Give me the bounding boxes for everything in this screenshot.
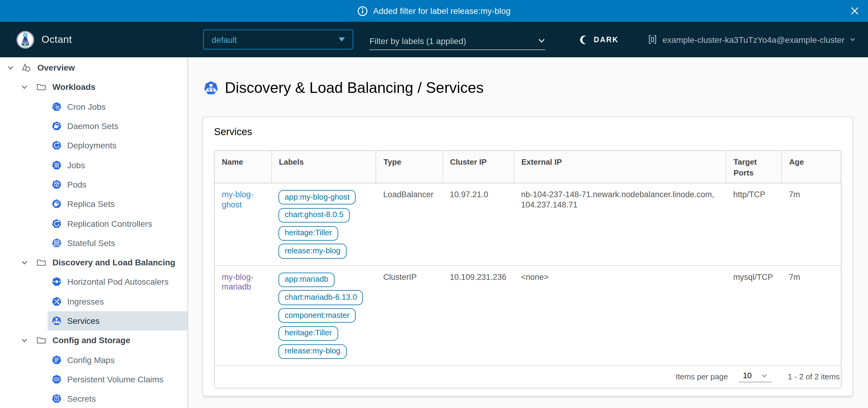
sidebar-item-replica-sets[interactable]: Replica Sets — [47, 194, 187, 214]
pagination-range-text: 1 - 2 of 2 items — [788, 372, 840, 381]
overview-icon — [21, 62, 31, 73]
namespace-dropdown[interactable]: default — [203, 30, 353, 50]
chevron-down-icon — [538, 37, 546, 45]
sidebar-group-workloads[interactable]: Workloads — [0, 78, 187, 97]
config-maps-icon — [52, 355, 61, 365]
label-filter-text: Filter by labels (1 applied) — [370, 36, 466, 46]
sidebar-item-persistent-volume-claims[interactable]: Persistent Volume Claims — [47, 370, 187, 389]
column-header-labels: Labels — [272, 151, 376, 183]
label-badge[interactable]: app:my-blog-ghost — [279, 190, 355, 205]
cluster-icon — [647, 34, 658, 45]
sidebar-group-config-and-storage[interactable]: Config and Storage — [0, 330, 187, 350]
type-cell: LoadBalancer — [376, 183, 443, 265]
hpa-icon — [52, 277, 61, 287]
sidebar-item-cron-jobs[interactable]: Cron Jobs — [47, 97, 187, 116]
sidebar-item-pods[interactable]: Pods — [47, 175, 187, 195]
type-cell: ClusterIP — [376, 265, 443, 366]
cron-jobs-icon — [52, 101, 61, 111]
page-title-text: Discovery & Load Balancing / Services — [225, 79, 484, 96]
theme-toggle[interactable]: DARK — [579, 22, 619, 57]
column-header-name: Name — [215, 151, 272, 183]
sidebar-item-stateful-sets[interactable]: Stateful Sets — [47, 233, 187, 253]
target-ports-cell: http/TCP — [726, 183, 782, 265]
label-badge[interactable]: release:my-blog — [279, 244, 347, 259]
app-header: Octant default Filter by labels (1 appli… — [0, 22, 868, 57]
label-badge[interactable]: heritage:Tiller — [279, 326, 338, 341]
app-root: Added filter for label release:my-blog — [0, 0, 868, 408]
table-row: my-blog-mariadb app:mariadb chart:mariad… — [215, 265, 841, 366]
chevron-down-icon[interactable] — [21, 258, 28, 266]
sidebar-item-horizontal-pod-autoscalers[interactable]: Horizontal Pod Autoscalers — [47, 272, 187, 292]
replication-controllers-icon — [52, 218, 61, 228]
sidebar-item-replication-controllers[interactable]: Replication Controllers — [47, 214, 187, 233]
column-header-age: Age — [781, 151, 841, 183]
cluster-name: example-cluster-ka3TuTzYo4a@example-clus… — [662, 35, 844, 44]
services-icon — [204, 81, 218, 95]
chevron-down-icon[interactable] — [21, 83, 28, 91]
services-table: Name Labels Type Cluster IP External IP … — [214, 150, 841, 388]
external-ip-cell: nb-104-237-148-71.newark.nodebalancer.li… — [514, 183, 726, 265]
stateful-sets-icon — [52, 238, 61, 248]
folder-icon — [36, 82, 46, 92]
table-header-row: Name Labels Type Cluster IP External IP … — [215, 151, 841, 183]
chevron-down-icon[interactable] — [21, 337, 28, 344]
app-title: Octant — [41, 34, 72, 45]
table-row: my-blog-ghost app:my-blog-ghost chart:gh… — [215, 183, 841, 265]
items-per-page-label: Items per page — [676, 372, 728, 381]
pods-icon — [52, 180, 61, 190]
items-per-page-select[interactable]: 10 — [739, 371, 772, 383]
main-content: Discovery & Load Balancing / Services Se… — [188, 57, 868, 408]
label-badge[interactable]: app:mariadb — [279, 272, 335, 287]
sidebar-item-overview[interactable]: Overview — [0, 58, 187, 78]
service-link[interactable]: my-blog-ghost — [222, 190, 253, 209]
sidebar-item-config-maps[interactable]: Config Maps — [47, 350, 187, 370]
sidebar-group-discovery-and-load-balancing[interactable]: Discovery and Load Balancing — [0, 253, 187, 272]
label-badge[interactable]: chart:ghost-8.0.5 — [279, 208, 350, 223]
folder-icon — [36, 335, 46, 346]
daemon-sets-icon — [52, 121, 61, 131]
sidebar-item-services[interactable]: Services — [47, 311, 187, 331]
cluster-selector[interactable]: example-cluster-ka3TuTzYo4a@example-clus… — [647, 22, 856, 57]
label-badge[interactable]: release:my-blog — [279, 344, 347, 359]
label-badge[interactable]: component:master — [279, 308, 355, 323]
age-cell: 7m — [781, 265, 841, 366]
external-ip-cell: <none> — [514, 265, 726, 366]
table-pagination: Items per page 10 1 - 2 of 2 items — [215, 366, 841, 388]
info-circle-icon — [358, 6, 368, 16]
service-link[interactable]: my-blog-mariadb — [222, 272, 253, 292]
cluster-ip-cell: 10.109.231.236 — [442, 265, 514, 366]
page-title: Discovery & Load Balancing / Services — [204, 79, 484, 96]
label-badge[interactable]: chart:mariadb-6.13.0 — [279, 290, 363, 305]
sidebar-item-daemon-sets[interactable]: Daemon Sets — [47, 116, 187, 136]
label-badge[interactable]: heritage:Tiller — [279, 226, 338, 241]
sidebar-item-secrets[interactable]: Secrets — [47, 389, 187, 408]
brand: Octant — [16, 22, 72, 57]
chevron-down-icon[interactable] — [7, 64, 14, 71]
replica-sets-icon — [52, 199, 61, 209]
moon-icon — [579, 35, 589, 44]
label-filter-dropdown[interactable]: Filter by labels (1 applied) — [370, 32, 546, 50]
card-title: Services — [214, 126, 841, 138]
target-ports-cell: mysql/TCP — [726, 265, 782, 366]
octant-logo — [16, 30, 34, 49]
chevron-down-icon — [761, 372, 768, 379]
notification-text: Added filter for label release:my-blog — [373, 6, 510, 16]
namespace-value: default — [212, 35, 237, 44]
caret-down-icon — [339, 37, 345, 41]
ingresses-icon — [52, 296, 61, 306]
sidebar-item-deployments[interactable]: Deployments — [47, 136, 187, 155]
sidebar-item-jobs[interactable]: Jobs — [47, 155, 187, 175]
notification-bar: Added filter for label release:my-blog — [0, 0, 868, 22]
column-header-target-ports: Target Ports — [726, 151, 782, 183]
age-cell: 7m — [781, 183, 841, 265]
pvc-icon — [52, 375, 61, 384]
services-icon — [52, 316, 61, 326]
folder-icon — [36, 257, 46, 267]
jobs-icon — [52, 160, 61, 170]
theme-toggle-label: DARK — [594, 35, 619, 44]
close-icon[interactable] — [850, 6, 860, 16]
column-header-external-ip: External IP — [514, 151, 726, 183]
cluster-ip-cell: 10.97.21.0 — [442, 183, 514, 265]
sidebar-item-ingresses[interactable]: Ingresses — [47, 292, 187, 311]
sidebar-nav: Overview Workloads Cron Jobs Daemon Sets… — [0, 57, 188, 408]
